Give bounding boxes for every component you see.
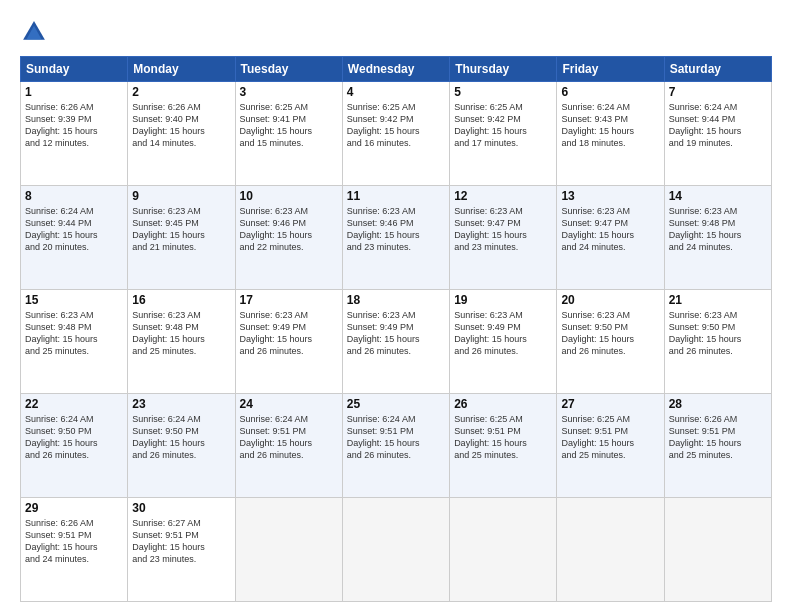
cell-content: Sunrise: 6:26 AMSunset: 9:39 PMDaylight:… (25, 101, 123, 150)
day-number: 17 (240, 293, 338, 307)
cell-content: Sunrise: 6:24 AMSunset: 9:44 PMDaylight:… (25, 205, 123, 254)
day-number: 26 (454, 397, 552, 411)
calendar-cell: 21Sunrise: 6:23 AMSunset: 9:50 PMDayligh… (664, 290, 771, 394)
cell-content: Sunrise: 6:24 AMSunset: 9:51 PMDaylight:… (240, 413, 338, 462)
cell-content: Sunrise: 6:23 AMSunset: 9:48 PMDaylight:… (132, 309, 230, 358)
calendar-week-2: 8Sunrise: 6:24 AMSunset: 9:44 PMDaylight… (21, 186, 772, 290)
calendar-cell: 27Sunrise: 6:25 AMSunset: 9:51 PMDayligh… (557, 394, 664, 498)
calendar-week-4: 22Sunrise: 6:24 AMSunset: 9:50 PMDayligh… (21, 394, 772, 498)
cell-content: Sunrise: 6:23 AMSunset: 9:48 PMDaylight:… (25, 309, 123, 358)
calendar-cell: 20Sunrise: 6:23 AMSunset: 9:50 PMDayligh… (557, 290, 664, 394)
day-number: 6 (561, 85, 659, 99)
cell-content: Sunrise: 6:24 AMSunset: 9:50 PMDaylight:… (25, 413, 123, 462)
day-number: 4 (347, 85, 445, 99)
cell-content: Sunrise: 6:23 AMSunset: 9:48 PMDaylight:… (669, 205, 767, 254)
calendar-cell: 26Sunrise: 6:25 AMSunset: 9:51 PMDayligh… (450, 394, 557, 498)
calendar-cell: 1Sunrise: 6:26 AMSunset: 9:39 PMDaylight… (21, 82, 128, 186)
calendar-cell: 6Sunrise: 6:24 AMSunset: 9:43 PMDaylight… (557, 82, 664, 186)
day-number: 12 (454, 189, 552, 203)
day-number: 27 (561, 397, 659, 411)
cell-content: Sunrise: 6:25 AMSunset: 9:51 PMDaylight:… (561, 413, 659, 462)
calendar-cell: 23Sunrise: 6:24 AMSunset: 9:50 PMDayligh… (128, 394, 235, 498)
day-number: 8 (25, 189, 123, 203)
calendar-header-monday: Monday (128, 57, 235, 82)
calendar-cell: 13Sunrise: 6:23 AMSunset: 9:47 PMDayligh… (557, 186, 664, 290)
day-number: 24 (240, 397, 338, 411)
cell-content: Sunrise: 6:24 AMSunset: 9:50 PMDaylight:… (132, 413, 230, 462)
calendar-cell: 2Sunrise: 6:26 AMSunset: 9:40 PMDaylight… (128, 82, 235, 186)
calendar-cell: 17Sunrise: 6:23 AMSunset: 9:49 PMDayligh… (235, 290, 342, 394)
calendar-header-thursday: Thursday (450, 57, 557, 82)
calendar-cell: 3Sunrise: 6:25 AMSunset: 9:41 PMDaylight… (235, 82, 342, 186)
cell-content: Sunrise: 6:23 AMSunset: 9:50 PMDaylight:… (561, 309, 659, 358)
day-number: 13 (561, 189, 659, 203)
cell-content: Sunrise: 6:26 AMSunset: 9:51 PMDaylight:… (669, 413, 767, 462)
calendar-cell (342, 498, 449, 602)
calendar-cell: 14Sunrise: 6:23 AMSunset: 9:48 PMDayligh… (664, 186, 771, 290)
day-number: 11 (347, 189, 445, 203)
day-number: 16 (132, 293, 230, 307)
day-number: 10 (240, 189, 338, 203)
calendar-cell: 29Sunrise: 6:26 AMSunset: 9:51 PMDayligh… (21, 498, 128, 602)
calendar-cell (664, 498, 771, 602)
day-number: 7 (669, 85, 767, 99)
cell-content: Sunrise: 6:25 AMSunset: 9:51 PMDaylight:… (454, 413, 552, 462)
calendar-week-1: 1Sunrise: 6:26 AMSunset: 9:39 PMDaylight… (21, 82, 772, 186)
calendar-cell: 19Sunrise: 6:23 AMSunset: 9:49 PMDayligh… (450, 290, 557, 394)
page: SundayMondayTuesdayWednesdayThursdayFrid… (0, 0, 792, 612)
calendar-cell: 7Sunrise: 6:24 AMSunset: 9:44 PMDaylight… (664, 82, 771, 186)
calendar-cell: 24Sunrise: 6:24 AMSunset: 9:51 PMDayligh… (235, 394, 342, 498)
calendar-cell: 12Sunrise: 6:23 AMSunset: 9:47 PMDayligh… (450, 186, 557, 290)
cell-content: Sunrise: 6:25 AMSunset: 9:41 PMDaylight:… (240, 101, 338, 150)
day-number: 5 (454, 85, 552, 99)
calendar-header-tuesday: Tuesday (235, 57, 342, 82)
calendar-header-sunday: Sunday (21, 57, 128, 82)
cell-content: Sunrise: 6:23 AMSunset: 9:45 PMDaylight:… (132, 205, 230, 254)
cell-content: Sunrise: 6:24 AMSunset: 9:51 PMDaylight:… (347, 413, 445, 462)
cell-content: Sunrise: 6:23 AMSunset: 9:49 PMDaylight:… (347, 309, 445, 358)
day-number: 21 (669, 293, 767, 307)
calendar-header-row: SundayMondayTuesdayWednesdayThursdayFrid… (21, 57, 772, 82)
cell-content: Sunrise: 6:26 AMSunset: 9:40 PMDaylight:… (132, 101, 230, 150)
cell-content: Sunrise: 6:23 AMSunset: 9:47 PMDaylight:… (454, 205, 552, 254)
calendar-cell (235, 498, 342, 602)
calendar-cell: 16Sunrise: 6:23 AMSunset: 9:48 PMDayligh… (128, 290, 235, 394)
cell-content: Sunrise: 6:25 AMSunset: 9:42 PMDaylight:… (454, 101, 552, 150)
calendar-week-5: 29Sunrise: 6:26 AMSunset: 9:51 PMDayligh… (21, 498, 772, 602)
day-number: 28 (669, 397, 767, 411)
calendar-cell: 4Sunrise: 6:25 AMSunset: 9:42 PMDaylight… (342, 82, 449, 186)
header (20, 18, 772, 46)
logo-icon (20, 18, 48, 46)
calendar-header-saturday: Saturday (664, 57, 771, 82)
calendar-week-3: 15Sunrise: 6:23 AMSunset: 9:48 PMDayligh… (21, 290, 772, 394)
calendar-cell: 18Sunrise: 6:23 AMSunset: 9:49 PMDayligh… (342, 290, 449, 394)
calendar-cell (557, 498, 664, 602)
day-number: 15 (25, 293, 123, 307)
day-number: 14 (669, 189, 767, 203)
calendar-cell: 28Sunrise: 6:26 AMSunset: 9:51 PMDayligh… (664, 394, 771, 498)
day-number: 1 (25, 85, 123, 99)
cell-content: Sunrise: 6:23 AMSunset: 9:50 PMDaylight:… (669, 309, 767, 358)
day-number: 3 (240, 85, 338, 99)
day-number: 23 (132, 397, 230, 411)
calendar-cell: 30Sunrise: 6:27 AMSunset: 9:51 PMDayligh… (128, 498, 235, 602)
day-number: 25 (347, 397, 445, 411)
day-number: 30 (132, 501, 230, 515)
calendar-cell: 22Sunrise: 6:24 AMSunset: 9:50 PMDayligh… (21, 394, 128, 498)
logo (20, 18, 52, 46)
calendar-cell: 15Sunrise: 6:23 AMSunset: 9:48 PMDayligh… (21, 290, 128, 394)
calendar-header-wednesday: Wednesday (342, 57, 449, 82)
cell-content: Sunrise: 6:23 AMSunset: 9:47 PMDaylight:… (561, 205, 659, 254)
day-number: 9 (132, 189, 230, 203)
day-number: 2 (132, 85, 230, 99)
calendar-cell: 5Sunrise: 6:25 AMSunset: 9:42 PMDaylight… (450, 82, 557, 186)
calendar-cell: 11Sunrise: 6:23 AMSunset: 9:46 PMDayligh… (342, 186, 449, 290)
calendar-cell (450, 498, 557, 602)
day-number: 19 (454, 293, 552, 307)
day-number: 29 (25, 501, 123, 515)
cell-content: Sunrise: 6:24 AMSunset: 9:44 PMDaylight:… (669, 101, 767, 150)
cell-content: Sunrise: 6:23 AMSunset: 9:49 PMDaylight:… (240, 309, 338, 358)
calendar-header-friday: Friday (557, 57, 664, 82)
calendar-cell: 8Sunrise: 6:24 AMSunset: 9:44 PMDaylight… (21, 186, 128, 290)
day-number: 20 (561, 293, 659, 307)
